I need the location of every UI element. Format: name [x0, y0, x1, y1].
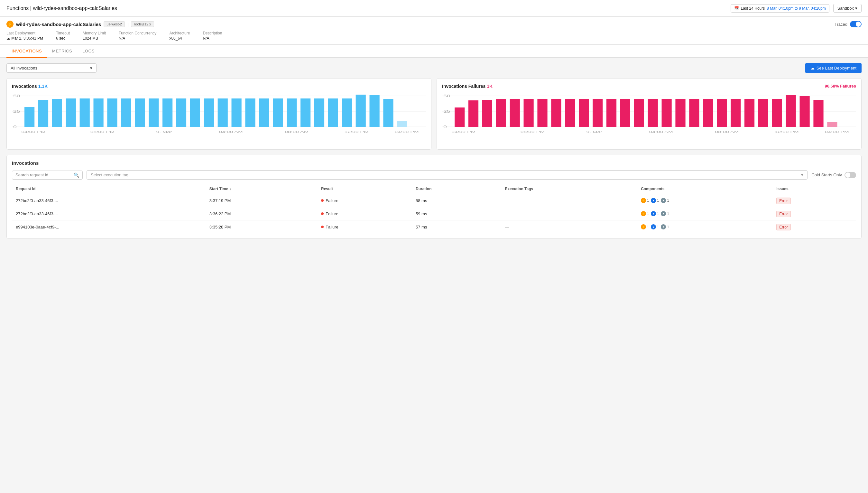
gray-component-icon: ✦: [661, 198, 666, 203]
svg-rect-25: [287, 99, 297, 127]
runtime-badge: nodejs12.x: [131, 21, 154, 27]
cell-components: ⚡ 1 ● 1 ✦ 1: [637, 194, 773, 207]
table-row[interactable]: 272bc2f0-aa33-46f3-... 3:37:19 PM Failur…: [12, 194, 856, 207]
cell-request-id: 272bc2f0-aa33-46f3-...: [12, 207, 206, 220]
table-row[interactable]: 272bc2f0-aa33-46f3-... 3:36:22 PM Failur…: [12, 207, 856, 220]
failure-dot-icon: [321, 212, 324, 215]
svg-rect-15: [149, 99, 159, 127]
cold-starts-toggle[interactable]: [845, 172, 856, 178]
failure-dot-icon: [321, 199, 324, 202]
svg-rect-11: [94, 99, 104, 127]
cloud-icon: ☁: [810, 66, 815, 70]
concurrency-meta: Function Concurrency N/A: [119, 31, 156, 41]
svg-rect-72: [800, 96, 810, 127]
comp-gray-icon: ✦ 1: [661, 224, 669, 230]
last-deployment-meta: Last Deployment ☁ Mar 2, 3:36:41 PM: [6, 31, 43, 41]
last-deployment-label: Last Deployment: [6, 31, 43, 36]
aws-component-icon: ⚡: [641, 224, 646, 230]
svg-rect-74: [827, 122, 837, 127]
table-row[interactable]: e994103e-0aae-4cf9-... 3:35:28 PM Failur…: [12, 220, 856, 234]
col-duration: Duration: [412, 184, 501, 194]
svg-rect-32: [383, 99, 393, 127]
failures-chart-card: Invocations Failures 1K 96.68% Failures …: [437, 78, 862, 150]
svg-rect-63: [675, 99, 685, 127]
svg-rect-54: [551, 99, 561, 127]
failures-chart-svg: 50 25 0: [442, 93, 856, 144]
meta-row: Last Deployment ☁ Mar 2, 3:36:41 PM Time…: [6, 31, 862, 41]
function-name-left: ⚡ wild-rydes-sandbox-app-calcSalaries us…: [6, 21, 154, 28]
svg-text:0: 0: [443, 125, 447, 129]
cell-start-time: 3:36:22 PM: [206, 207, 317, 220]
invocations-filter-dropdown[interactable]: All invocations ▾: [6, 63, 96, 73]
blue-comp-count: 1: [657, 225, 659, 229]
svg-text:08:00 PM: 08:00 PM: [520, 130, 545, 133]
col-request-id: Request Id: [12, 184, 206, 194]
svg-rect-28: [328, 99, 338, 127]
result-label: Failure: [326, 198, 338, 203]
search-input[interactable]: [16, 172, 72, 177]
svg-rect-10: [80, 99, 90, 127]
filter-chevron-icon: ▾: [90, 66, 92, 70]
svg-text:25: 25: [443, 110, 450, 113]
svg-rect-17: [176, 99, 186, 127]
cold-starts-label: Cold Starts Only: [811, 172, 842, 177]
svg-rect-70: [772, 99, 782, 127]
see-last-deployment-button[interactable]: ☁ See Last Deployment: [805, 63, 862, 73]
svg-rect-7: [38, 100, 48, 127]
function-name-row: ⚡ wild-rydes-sandbox-app-calcSalaries us…: [6, 21, 862, 28]
blue-component-icon: ●: [651, 198, 656, 203]
svg-text:12:00 PM: 12:00 PM: [344, 130, 369, 133]
svg-text:0: 0: [13, 125, 17, 129]
svg-rect-26: [301, 99, 310, 127]
svg-rect-18: [190, 99, 200, 127]
svg-rect-67: [731, 99, 741, 127]
sandbox-button[interactable]: Sandbox ▾: [833, 4, 862, 13]
invocations-chart-title: Invocations 1.1K: [12, 84, 426, 89]
tab-logs[interactable]: LOGS: [77, 45, 100, 58]
svg-rect-16: [162, 99, 173, 127]
concurrency-value: N/A: [119, 36, 125, 41]
svg-rect-8: [52, 99, 62, 127]
svg-text:9. Mar: 9. Mar: [156, 130, 173, 133]
memory-limit-meta: Memory Limit 1024 MB: [83, 31, 106, 41]
svg-rect-47: [454, 107, 465, 127]
col-result: Result: [317, 184, 412, 194]
chevron-down-icon: ▾: [855, 6, 858, 10]
tag-select-label: Select execution tag: [91, 172, 128, 177]
svg-rect-33: [397, 121, 407, 127]
invocations-chart-area: 50 25 0: [12, 93, 426, 144]
invocations-section-title: Invocations: [12, 160, 856, 166]
execution-tag-select[interactable]: Select execution tag ▾: [87, 170, 807, 179]
svg-rect-49: [482, 100, 492, 127]
svg-rect-6: [24, 107, 35, 127]
gray-comp-count: 1: [667, 225, 669, 229]
invocations-section: Invocations 🔍 Select execution tag ▾ Col…: [6, 155, 862, 239]
svg-rect-52: [524, 99, 534, 127]
traced-toggle[interactable]: [850, 21, 862, 27]
filter-row: All invocations ▾ ☁ See Last Deployment: [6, 63, 862, 73]
svg-text:12:00 PM: 12:00 PM: [775, 130, 799, 133]
tab-metrics[interactable]: METRICS: [47, 45, 77, 58]
failures-chart-title: Invocations Failures 1K 96.68% Failures: [442, 84, 856, 89]
cell-request-id: 272bc2f0-aa33-46f3-...: [12, 194, 206, 207]
svg-text:04:00 PM: 04:00 PM: [21, 130, 45, 133]
svg-rect-69: [758, 99, 768, 127]
error-badge: Error: [776, 224, 791, 230]
date-range-button[interactable]: 📅 Last 24 Hours 8 Mar, 04:10pm to 9 Mar,…: [731, 4, 829, 13]
search-icon: 🔍: [74, 172, 79, 178]
main-content: All invocations ▾ ☁ See Last Deployment …: [0, 58, 868, 244]
function-info-bar: ⚡ wild-rydes-sandbox-app-calcSalaries us…: [0, 17, 868, 45]
timeout-label: Timeout: [56, 31, 70, 36]
cell-execution-tags: —: [501, 194, 637, 207]
sandbox-label: Sandbox: [838, 6, 854, 10]
see-last-deployment-label: See Last Deployment: [817, 66, 856, 70]
traced-label: Traced: [834, 22, 847, 27]
search-box[interactable]: 🔍: [12, 171, 83, 179]
svg-rect-30: [356, 94, 366, 127]
svg-rect-73: [813, 100, 823, 127]
charts-row: Invocations 1.1K 50 25 0: [6, 78, 862, 150]
cell-start-time: 3:35:28 PM: [206, 220, 317, 234]
tab-invocations[interactable]: INVOCATIONS: [6, 45, 47, 58]
svg-rect-23: [259, 99, 269, 127]
table-header-row: Request Id Start Time ↓ Result Duration …: [12, 184, 856, 194]
